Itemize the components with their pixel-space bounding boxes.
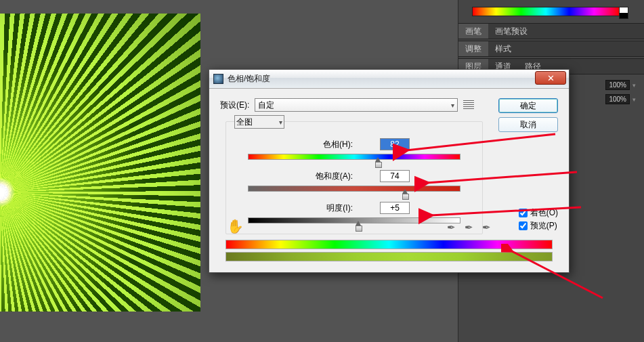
opacity-value: 100% — [605, 80, 630, 90]
lightness-label: 明度(I): — [299, 202, 353, 214]
brush-panel-tabs: 画笔 画笔预设 — [458, 23, 644, 39]
colorize-label: 着色(O) — [530, 207, 558, 219]
canvas-preview — [0, 14, 200, 312]
eyedropper-icon[interactable]: ✒ — [444, 221, 458, 234]
scope-value: 全图 — [236, 116, 253, 128]
close-icon: ✕ — [547, 73, 555, 83]
saturation-slider[interactable] — [248, 186, 460, 192]
lightness-input[interactable] — [380, 202, 410, 214]
fill-value: 100% — [605, 94, 630, 104]
ok-button[interactable]: 确定 — [498, 98, 558, 113]
spectrum-bar-result — [226, 252, 553, 261]
eyedropper-minus-icon[interactable]: ✒ — [479, 221, 493, 234]
hue-label: 色相(H): — [299, 139, 353, 150]
cancel-button[interactable]: 取消 — [498, 117, 558, 132]
close-button[interactable]: ✕ — [535, 71, 566, 85]
hue-input[interactable] — [380, 138, 410, 150]
preset-label: 预设(E): — [220, 100, 249, 111]
color-spectrum-strip[interactable] — [472, 7, 620, 16]
lightness-slider[interactable] — [248, 217, 460, 224]
preview-label: 预览(P) — [530, 220, 557, 232]
tab-style[interactable]: 样式 — [488, 41, 518, 56]
dialog-title: 色相/饱和度 — [228, 73, 270, 85]
tab-brush[interactable]: 画笔 — [458, 24, 488, 39]
preview-checkbox[interactable] — [519, 221, 528, 230]
hue-slider[interactable] — [248, 154, 460, 161]
tab-brush-preset[interactable]: 画笔预设 — [488, 24, 534, 39]
preset-select[interactable]: 自定 ▾ — [255, 98, 458, 112]
preset-value: 自定 — [258, 100, 274, 111]
chevron-down-icon: ▾ — [279, 119, 282, 126]
preset-menu-icon[interactable] — [463, 100, 474, 110]
adjust-panel-tabs: 调整 样式 — [458, 41, 644, 57]
saturation-label: 饱和度(A): — [299, 171, 353, 182]
scope-select[interactable]: 全图 ▾ — [234, 115, 284, 129]
chevron-down-icon[interactable]: ▾ — [632, 82, 636, 89]
slider-group: 全图 ▾ 色相(H): 饱和度(A): — [226, 121, 483, 234]
tab-adjust[interactable]: 调整 — [458, 41, 488, 56]
colorize-checkbox[interactable] — [519, 209, 528, 217]
hue-saturation-dialog: 色相/饱和度 ✕ 预设(E): 自定 ▾ 确定 取消 全图 ▾ 色相(H): — [209, 69, 570, 273]
chevron-down-icon[interactable]: ▾ — [632, 96, 636, 103]
artwork-starburst — [0, 14, 200, 312]
eyedropper-plus-icon[interactable]: ✒ — [462, 221, 475, 234]
app-icon — [213, 74, 223, 84]
chevron-down-icon: ▾ — [451, 102, 454, 109]
hand-scrubber-icon[interactable]: ✋ — [227, 218, 244, 234]
spectrum-bar-source — [226, 240, 553, 249]
dialog-titlebar[interactable]: 色相/饱和度 ✕ — [209, 70, 569, 89]
saturation-input[interactable] — [380, 170, 410, 182]
